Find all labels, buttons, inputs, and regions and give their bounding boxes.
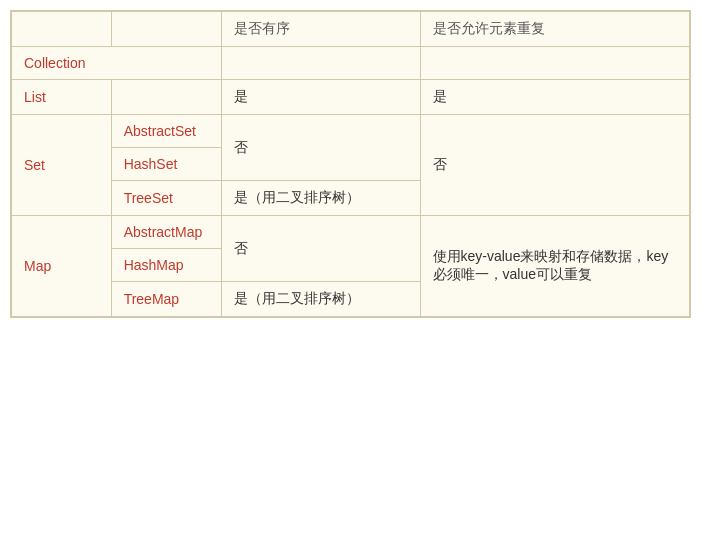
collection-table: 是否有序 是否允许元素重复 Collection List 是 是 Set Ab…: [11, 11, 690, 317]
list-ordered: 是: [221, 80, 420, 115]
set-duplicate: 否: [420, 115, 689, 216]
map-abstract-sub: AbstractMap: [111, 216, 221, 249]
set-hashset-sub: HashSet: [111, 148, 221, 181]
map-treemap-sub: TreeMap: [111, 282, 221, 317]
list-sub: [111, 80, 221, 115]
collection-label: Collection: [12, 47, 222, 80]
list-main: List: [12, 80, 112, 115]
list-duplicate: 是: [420, 80, 689, 115]
map-duplicate: 使用key-value来映射和存储数据，key必须唯一，value可以重复: [420, 216, 689, 317]
table-row-map-abstract: Map AbstractMap 否 使用key-value来映射和存储数据，ke…: [12, 216, 690, 249]
header-ordered: 是否有序: [221, 12, 420, 47]
collection-ordered: [221, 47, 420, 80]
header-duplicate: 是否允许元素重复: [420, 12, 689, 47]
map-ordered: 否: [221, 216, 420, 282]
map-treemap-ordered: 是（用二叉排序树）: [221, 282, 420, 317]
table-row-list: List 是 是: [12, 80, 690, 115]
header-col2: [111, 12, 221, 47]
main-table-wrapper: 是否有序 是否允许元素重复 Collection List 是 是 Set Ab…: [10, 10, 691, 318]
set-main: Set: [12, 115, 112, 216]
table-row-collection: Collection: [12, 47, 690, 80]
collection-duplicate: [420, 47, 689, 80]
set-abstract-sub: AbstractSet: [111, 115, 221, 148]
table-row-set-abstract: Set AbstractSet 否 否: [12, 115, 690, 148]
header-col1: [12, 12, 112, 47]
map-main: Map: [12, 216, 112, 317]
map-hashmap-sub: HashMap: [111, 249, 221, 282]
set-treeset-ordered: 是（用二叉排序树）: [221, 181, 420, 216]
set-ordered: 否: [221, 115, 420, 181]
set-treeset-sub: TreeSet: [111, 181, 221, 216]
